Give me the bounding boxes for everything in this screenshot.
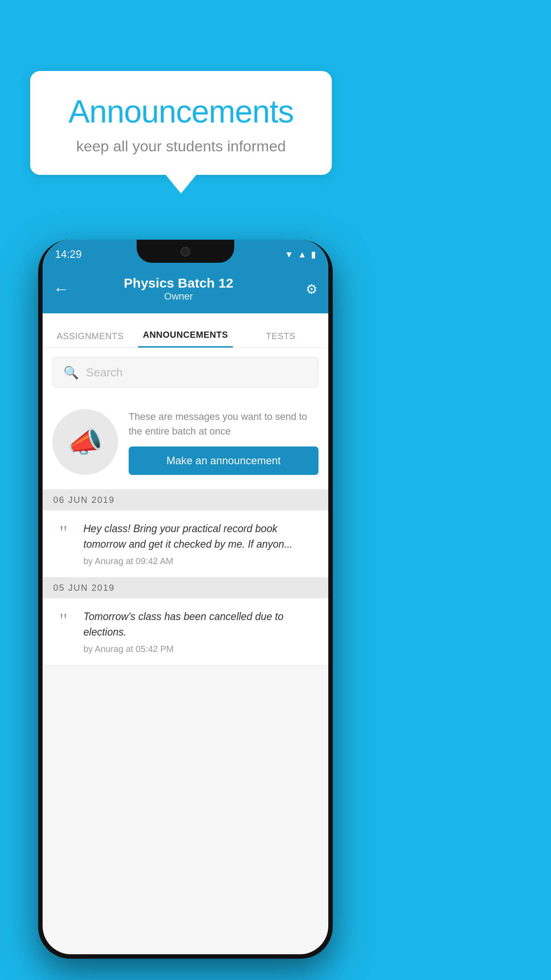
announcement-text-0: Hey class! Bring your practical record b…	[83, 521, 319, 552]
date-separator-0: 06 JUN 2019	[43, 490, 328, 510]
wifi-icon: ▼	[284, 249, 293, 260]
announcement-text-1: Tomorrow's class has been cancelled due …	[83, 609, 319, 640]
empty-text-block: These are messages you want to send to t…	[129, 409, 319, 475]
front-camera	[181, 247, 190, 257]
phone-screen: 14:29 ▼ ▲ ▮ ← Physics Batch 12 Owner ⚙ A…	[43, 240, 328, 954]
signal-icon: ▲	[298, 249, 307, 260]
back-button[interactable]: ←	[53, 280, 69, 298]
phone-notch	[137, 240, 234, 263]
settings-button[interactable]: ⚙	[306, 281, 318, 297]
status-icons: ▼ ▲ ▮	[284, 249, 316, 260]
tab-tests[interactable]: TESTS	[233, 331, 328, 348]
announcement-icon-circle: 📣	[52, 409, 118, 475]
announcement-meta-0: by Anurag at 09:42 AM	[83, 556, 319, 566]
announcement-content-0: Hey class! Bring your practical record b…	[83, 521, 319, 566]
app-bar: ← Physics Batch 12 Owner ⚙	[43, 265, 328, 313]
quote-icon-0: "	[52, 523, 75, 566]
batch-title: Physics Batch 12	[78, 276, 279, 291]
battery-icon: ▮	[311, 249, 316, 260]
search-bar[interactable]: 🔍 Search	[52, 357, 319, 388]
date-separator-1: 05 JUN 2019	[43, 577, 328, 598]
phone-frame: 14:29 ▼ ▲ ▮ ← Physics Batch 12 Owner ⚙ A…	[38, 240, 333, 959]
speech-bubble: Announcements keep all your students inf…	[30, 71, 332, 175]
empty-description: These are messages you want to send to t…	[129, 409, 319, 439]
bubble-title: Announcements	[48, 93, 314, 130]
tabs-bar: ASSIGNMENTS ANNOUNCEMENTS TESTS	[43, 313, 328, 348]
megaphone-icon: 📣	[67, 426, 103, 459]
status-time: 14:29	[55, 248, 82, 261]
bubble-subtitle: keep all your students informed	[48, 138, 314, 155]
content-area: 🔍 Search 📣 These are messages you want t…	[43, 348, 328, 665]
announcement-content-1: Tomorrow's class has been cancelled due …	[83, 609, 319, 654]
quote-icon-1: "	[52, 611, 75, 654]
search-placeholder: Search	[86, 366, 122, 379]
announcement-meta-1: by Anurag at 05:42 PM	[83, 644, 319, 654]
announcement-item-1: " Tomorrow's class has been cancelled du…	[43, 598, 328, 665]
announcement-item-0: " Hey class! Bring your practical record…	[43, 510, 328, 577]
search-icon: 🔍	[63, 365, 79, 380]
tab-assignments[interactable]: ASSIGNMENTS	[43, 331, 138, 348]
tab-announcements[interactable]: ANNOUNCEMENTS	[138, 330, 233, 348]
app-bar-title-block: Physics Batch 12 Owner	[78, 276, 279, 302]
batch-subtitle: Owner	[78, 291, 279, 302]
empty-state: 📣 These are messages you want to send to…	[43, 397, 328, 490]
make-announcement-button[interactable]: Make an announcement	[129, 447, 319, 475]
